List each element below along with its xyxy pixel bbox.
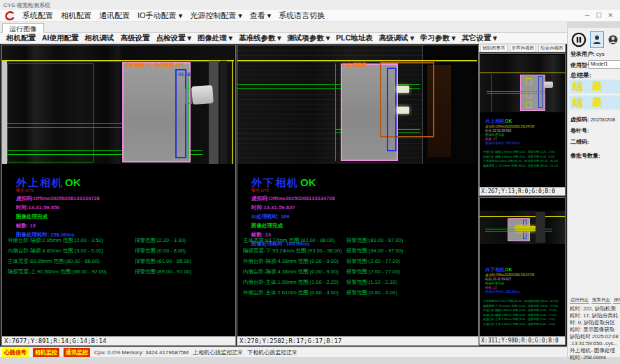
toolbar-image-processing[interactable]: 图像处理 ▾	[198, 33, 232, 43]
tab-object	[191, 85, 214, 105]
process-done: 图像处理完成	[251, 221, 461, 230]
camera-panel-lower: AI处理图像 外下相机OK 曝光:0/70 虚拟码:Offline2025020…	[237, 45, 479, 346]
image-gray-band	[209, 61, 219, 164]
measure-row: 外侧台阶-隔膜:4.38mm 范围:(0.00 - 9.00)报警范围:(2.0…	[237, 256, 478, 266]
image-left-bright-strip	[2, 61, 7, 164]
ai-elapsed: AI处理耗时: 166	[251, 212, 461, 221]
user-icon	[593, 35, 601, 45]
overlay-green-hline	[487, 91, 545, 92]
batch-row: 叠批号数量:	[570, 152, 600, 160]
tab-highlight	[397, 107, 409, 114]
view-tabs: 辅助图显示 所有内视图 组合内视图	[479, 44, 566, 52]
toolbar-camera-debug[interactable]: 相机调试	[85, 33, 115, 43]
measure-row: 隔膜宽度-下:95.24mm 范围:(93.00 - 98.00)报警范围:(9…	[237, 245, 478, 256]
toolbar-baseline-params[interactable]: 基准线参数 ▾	[239, 33, 281, 43]
qr-row: 二维码:	[570, 138, 589, 146]
menu-item-language[interactable]: 系统语言切换	[279, 10, 325, 21]
mini-view-column: 辅助图显示 所有内视图 组合内视图	[479, 44, 566, 345]
overlay-green-hline	[487, 93, 545, 94]
roi-blue-rect	[387, 68, 397, 151]
tab-object	[544, 82, 553, 88]
measure-row: 隔膜宽度-上:90.56mm 范围:(88.00 - 92.00)报警范围:(8…	[2, 266, 235, 277]
camera-image-upper[interactable]: 匹配阈值:93, 动态阈值:100 93.88	[2, 45, 234, 164]
pause-button[interactable]	[570, 31, 588, 49]
capture-time: 时间:13-31-59-650	[16, 203, 226, 212]
overlay-measure-value: 93.88	[178, 72, 191, 77]
toolbar-advanced-settings[interactable]: 高级设置	[121, 33, 150, 43]
login-user-row: 登录用户:cys	[570, 50, 605, 58]
maximize-button[interactable]: ☐	[596, 12, 601, 19]
menu-item-comm-config[interactable]: 通讯配置	[99, 10, 130, 21]
measure-row: 外侧台阶-主体:2.61mm 范围:(0.60 - 4.00)报警范围:(0.6…	[237, 287, 478, 298]
result-box-2: 结 果	[570, 96, 620, 109]
log-text: 耗时: 222, 缺陷检测耗时: 17, 缺陷分类耗时: 0, 缺陷提取分区耗时…	[570, 305, 619, 361]
sidebar-icon-row	[570, 31, 620, 49]
capture-time: 时间:13-31-59-627	[251, 203, 461, 212]
roi-yellow-small	[526, 102, 532, 108]
menu-item-camera-config[interactable]: 相机配置	[61, 10, 91, 21]
pause-icon	[571, 32, 586, 47]
menu-item-system-config[interactable]: 系统配置	[22, 10, 53, 21]
roi-yellow-small	[526, 78, 532, 84]
user-button[interactable]	[590, 31, 604, 48]
log-tab-run[interactable]: 运行日志	[570, 297, 589, 304]
overlay-yellow-line	[480, 73, 565, 73]
operator-icon	[608, 35, 618, 45]
image-dark-band	[220, 61, 227, 164]
toolbar: 相机配置 AI使用配置 相机调试 高级设置 点检设置 ▾ 图像处理 ▾ 基准线参…	[0, 33, 567, 44]
virtual-code: 虚拟码:Offline20250208133134728	[251, 194, 461, 203]
measure-row: 内侧台阶-主体:1.90mm 范围:(1.00 - 2.20)报警范围:(1.1…	[237, 277, 478, 287]
minimize-button[interactable]: ─	[585, 12, 589, 19]
toolbar-advanced-debug[interactable]: 高级调试 ▾	[379, 33, 414, 43]
login-user-value: cys	[596, 51, 605, 57]
measure-row: 内侧台阶-隔膜:4.38mm 范围:(0.00 - 9.00)报警范围:(2.0…	[237, 266, 478, 277]
operator-button[interactable]	[606, 31, 620, 48]
mini-coords-lower: X:311;Y:980;R:0;G:0;B:0	[480, 336, 565, 344]
mini-info-lower: 外下相机OK 虚拟码:Offline20250208133134728 时间:1…	[485, 266, 534, 294]
toolbar-learning-params[interactable]: 学习参数 ▾	[420, 33, 455, 43]
result-ok: OK	[300, 176, 316, 188]
needle-row: 卷针号:	[570, 127, 589, 135]
close-button[interactable]: ✕	[607, 12, 613, 19]
overlay-ai-label: AI处理图像	[342, 61, 367, 68]
model-select[interactable]: Model1	[589, 60, 620, 69]
menu-item-io-manual[interactable]: IO手动配置 ▾	[138, 10, 182, 21]
mini-info-upper: 外上相机OK 虚拟码:Offline20250208133134728 时间:1…	[485, 118, 534, 146]
log-tab-alarm[interactable]: 报警日志	[591, 297, 611, 304]
toolbar-other-settings[interactable]: 其它设置 ▾	[462, 33, 496, 43]
frame-count: 帧数: 13	[16, 221, 226, 230]
view-tab-combined[interactable]: 组合内视图	[538, 45, 566, 52]
log-tab-operation[interactable]: 操作日志	[613, 297, 620, 304]
measure-row: 主体宽度:83.77mm 范围:(82.00 - 88.00)报警范围:(83.…	[237, 235, 478, 245]
heartbeat-badge: 心跳信号	[2, 348, 29, 357]
view-tab-all[interactable]: 所有内视图	[510, 45, 537, 52]
image-gray-band	[536, 212, 545, 243]
toolbar-camera-config[interactable]: 相机配置	[6, 33, 36, 43]
measure-row: 外侧台阶-隔膜:2.95mm 范围:(2.00 - 3.50)报警范围:(2.2…	[2, 235, 235, 245]
mini-image-upper	[480, 55, 565, 112]
mini-view-lower[interactable]: 外下相机OK 虚拟码:Offline20250208133134728 时间:1…	[479, 197, 566, 345]
measure-row: 内侧台阶-隔膜:4.60mm 范围:(3.00 - 6.00)报警范围:(0.0…	[2, 245, 235, 256]
toolbar-plc-address[interactable]: PLC地址表	[336, 33, 373, 43]
toolbar-ai-usage-config[interactable]: AI使用配置	[42, 33, 79, 43]
menu-bar: 系统配置 相机配置 通讯配置 IO手动配置 ▾ 光源控制配置 ▾ 查看 ▾ 系统…	[0, 10, 620, 22]
mini-view-upper[interactable]: 外上相机OK 虚拟码:Offline20250208133134728 时间:1…	[479, 53, 566, 196]
menu-item-view[interactable]: 查看 ▾	[250, 10, 272, 21]
overlay-yellow-vline	[232, 61, 233, 164]
camera-image-lower[interactable]: AI处理图像	[237, 45, 477, 164]
window-controls: ─ ☐ ✕	[585, 12, 616, 19]
cpu-memory-text: Cpu: 0.0% Memory: 3424.41796875M	[94, 349, 189, 356]
app-window: CYS-视觉检测系统 系统配置 相机配置 通讯配置 IO手动配置 ▾ 光源控制配…	[0, 0, 620, 364]
virtual-code: 虚拟码:Offline20250208133134728	[16, 194, 226, 203]
roi-green-rect	[7, 63, 94, 162]
vcode-value: 20250208	[591, 116, 616, 123]
roi-green-small	[185, 89, 192, 104]
toolbar-spot-check[interactable]: 点检设置 ▾	[156, 33, 191, 43]
measure-row: 主体宽度:83.05mm 范围:(80.00 - 86.00)报警范围:(81.…	[2, 256, 235, 266]
mini-coords-upper: X:267;Y:13;R:0;G:0;B:0	[480, 187, 565, 195]
menu-item-light-control[interactable]: 光源控制配置 ▾	[190, 10, 242, 21]
camera-monitor-badge: 相机监控	[33, 348, 59, 357]
toolbar-test-params[interactable]: 测试项参数 ▾	[288, 33, 330, 43]
view-tab-aux[interactable]: 辅助图显示	[480, 45, 508, 52]
overlay-green-vline	[491, 74, 492, 112]
